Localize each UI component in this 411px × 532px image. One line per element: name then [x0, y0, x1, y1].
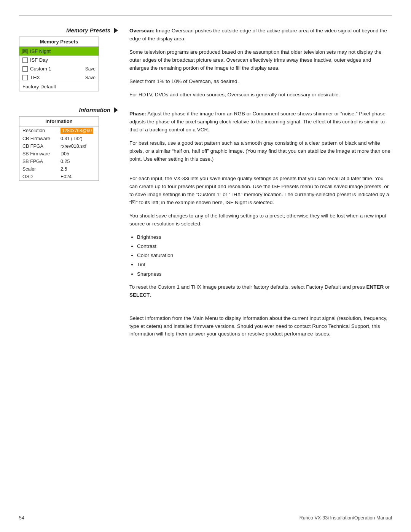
memory-presets-para2: You should save changes to any of the fo… — [129, 212, 392, 228]
phase-section: Phase: Adjust the phase if the image fro… — [129, 110, 392, 163]
information-box: Information Resolution 1280x768@60 CB Fi… — [19, 116, 99, 181]
phase-bold-label: Phase: — [129, 111, 146, 117]
info-label-cb-fpga: CB FPGA — [22, 144, 57, 149]
info-row-cb-fpga: CB FPGA rxrev018.sxf — [19, 142, 99, 150]
information-right-section: Select Information from the Main Menu to… — [129, 315, 392, 339]
memory-presets-para1: For each input, the VX-33i lets you save… — [129, 175, 392, 207]
preset-row-custom1[interactable]: Custom 1 Save — [19, 64, 99, 73]
memory-presets-arrow-icon — [114, 28, 118, 33]
preset-label-thx: THX — [30, 75, 83, 80]
overscan-bold-label: Overscan: — [129, 28, 155, 34]
phase-para1-text: Adjust the phase if the image from an RG… — [129, 111, 386, 133]
preset-row-isf-day[interactable]: ISF Day — [19, 56, 99, 64]
phase-para2: For best results, use a good test patter… — [129, 139, 392, 163]
preset-label-isf-night: ISF Night — [30, 48, 96, 54]
info-value-cb-fpga: rxrev018.sxf — [61, 144, 86, 149]
memory-presets-heading-text: Memory Presets — [66, 27, 110, 34]
preset-save-custom1: Save — [85, 66, 96, 72]
memory-presets-left-section: Memory Presets Memory Presets ☒ ISF Nigh… — [19, 27, 118, 91]
info-value-scaler: 2.5 — [61, 166, 67, 172]
info-row-cb-firmware: CB Firmware 0.31 (T32) — [19, 135, 99, 142]
factory-default-row[interactable]: Factory Default — [19, 82, 99, 91]
preset-row-thx[interactable]: THX Save — [19, 73, 99, 82]
bullet-contrast: Contrast — [137, 243, 392, 250]
memory-presets-right-section: For each input, the VX-33i lets you save… — [129, 175, 392, 299]
memory-presets-box: Memory Presets ☒ ISF Night ISF Day — [19, 37, 99, 91]
overscan-para1-text: Image Overscan pushes the outside edge o… — [129, 28, 387, 42]
factory-default-label: Factory Default — [22, 84, 56, 89]
memory-presets-para3: To reset the Custom 1 and THX image pres… — [129, 283, 392, 299]
info-value-osd: E024 — [61, 174, 72, 179]
page-footer: 54 Runco VX-33i Installation/Operation M… — [19, 515, 392, 521]
memory-presets-box-header: Memory Presets — [19, 37, 99, 47]
memory-presets-para3-suffix: . — [150, 292, 151, 298]
preset-checkbox-isf-day[interactable] — [22, 58, 28, 63]
info-row-scaler: Scaler 2.5 — [19, 165, 99, 173]
information-left-section: Information Information Resolution 1280x… — [19, 107, 118, 181]
memory-presets-heading: Memory Presets — [19, 27, 118, 34]
info-value-cb-firmware: 0.31 (T32) — [61, 136, 83, 141]
info-label-resolution: Resolution — [22, 128, 57, 133]
preset-row-isf-night[interactable]: ☒ ISF Night — [19, 47, 99, 56]
info-row-osd: OSD E024 — [19, 173, 99, 181]
info-label-scaler: Scaler — [22, 166, 57, 172]
information-heading: Information — [19, 107, 118, 113]
info-row-resolution: Resolution 1280x768@60 — [19, 126, 99, 135]
info-value-resolution: 1280x768@60 — [61, 128, 93, 134]
info-label-osd: OSD — [22, 174, 57, 179]
info-label-cb-firmware: CB Firmware — [22, 136, 57, 141]
preset-label-isf-day: ISF Day — [30, 57, 96, 63]
document-title: Runco VX-33i Installation/Operation Manu… — [299, 515, 392, 521]
information-arrow-icon — [114, 107, 118, 113]
overscan-para1: Overscan: Image Overscan pushes the outs… — [129, 27, 392, 43]
left-column: Memory Presets Memory Presets ☒ ISF Nigh… — [19, 27, 126, 350]
content-area: Memory Presets Memory Presets ☒ ISF Nigh… — [0, 27, 411, 350]
preset-label-custom1: Custom 1 — [30, 66, 83, 72]
bullet-sharpness: Sharpness — [137, 270, 392, 278]
bullet-tint: Tint — [137, 261, 392, 268]
overscan-para3: Select from 1% to 10% of Overscan, as de… — [129, 78, 392, 86]
bullet-color-saturation: Color saturation — [137, 252, 392, 259]
info-label-sb-fpga: SB FPGA — [22, 159, 57, 164]
overscan-section: Overscan: Image Overscan pushes the outs… — [129, 27, 392, 99]
overscan-para4: For HDTV, DVDs and other video sources, … — [129, 91, 392, 99]
preset-save-thx: Save — [85, 75, 96, 80]
preset-checkbox-isf-night[interactable]: ☒ — [22, 49, 28, 54]
page: Memory Presets Memory Presets ☒ ISF Nigh… — [0, 0, 411, 532]
info-row-sb-firmware: SB Firmware D05 — [19, 150, 99, 158]
info-label-sb-firmware: SB Firmware — [22, 151, 57, 157]
memory-presets-para3-prefix: To reset the Custom 1 and THX image pres… — [129, 284, 366, 290]
select-bold: SELECT — [129, 292, 150, 298]
memory-presets-bullets: Brightness Contrast Color saturation Tin… — [137, 233, 392, 278]
info-value-sb-fpga: 0.25 — [61, 159, 70, 164]
enter-bold: ENTER — [366, 284, 384, 290]
overscan-para2: Some television programs are produced ba… — [129, 48, 392, 72]
preset-checkbox-thx[interactable] — [22, 75, 28, 80]
page-number: 54 — [19, 515, 24, 521]
phase-para1: Phase: Adjust the phase if the image fro… — [129, 110, 392, 134]
top-divider — [19, 15, 392, 16]
info-value-sb-firmware: D05 — [61, 151, 69, 157]
bullet-brightness: Brightness — [137, 233, 392, 241]
right-column: Overscan: Image Overscan pushes the outs… — [126, 27, 392, 350]
memory-presets-para3-mid: or — [384, 284, 390, 290]
info-row-sb-fpga: SB FPGA 0.25 — [19, 158, 99, 165]
preset-checkbox-custom1[interactable] — [22, 66, 28, 72]
information-para1: Select Information from the Main Menu to… — [129, 315, 392, 339]
information-box-header: Information — [19, 117, 99, 126]
information-heading-text: Information — [79, 107, 111, 113]
